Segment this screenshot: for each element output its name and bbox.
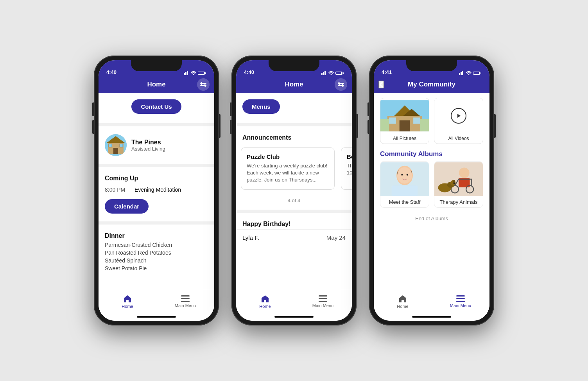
announcements-scroll: Puzzle Club We're starting a weekly puzz… — [236, 143, 352, 194]
nav-home-label-3: Home — [397, 304, 408, 309]
svg-point-59 — [454, 183, 455, 184]
header-title-3: My Community — [408, 81, 455, 88]
menus-section: Menus — [236, 93, 352, 120]
home-indicator-2 — [274, 316, 314, 318]
contact-us-button[interactable]: Contact Us — [131, 99, 181, 114]
nav-menu-2[interactable]: Main Menu — [294, 292, 352, 311]
svg-rect-32 — [480, 72, 481, 74]
therapy-animals-album[interactable]: Therapy Animals — [434, 161, 483, 208]
svg-rect-13 — [181, 295, 190, 297]
divider-1 — [99, 123, 214, 126]
svg-rect-40 — [380, 119, 389, 131]
svg-rect-0 — [184, 73, 185, 75]
nav-home-2[interactable]: Home — [236, 291, 294, 312]
svg-rect-2 — [187, 71, 188, 75]
svg-rect-1 — [185, 72, 186, 75]
nav-home-label-1: Home — [122, 304, 133, 309]
event-row: 8:00 PM Evening Meditation — [99, 183, 214, 196]
status-time-2: 4:40 — [244, 69, 254, 75]
svg-rect-18 — [324, 71, 326, 75]
all-videos-card[interactable]: All Videos — [434, 98, 483, 144]
contact-us-section: Contact Us — [99, 93, 214, 120]
all-pictures-card[interactable]: All Pictures — [380, 98, 429, 144]
meet-staff-album[interactable]: Meet the Staff — [380, 161, 429, 208]
app-header-3: My Community — [374, 77, 489, 93]
nav-menu-label-3: Main Menu — [450, 303, 471, 308]
switch-button-2[interactable] — [335, 78, 347, 91]
announcement-title-1: Puzzle Club — [247, 153, 329, 160]
play-card-inner — [434, 98, 483, 133]
announcement-title-2: Bo — [347, 153, 352, 160]
svg-marker-42 — [457, 114, 461, 118]
svg-rect-11 — [109, 144, 112, 147]
bottom-nav-3: Home Main Menu — [374, 289, 489, 314]
page-indicator: 4 of 4 — [236, 194, 352, 207]
nav-menu-label-1: Main Menu — [175, 303, 196, 308]
menus-button[interactable]: Menus — [242, 99, 280, 114]
community-row: The Pines Assisted Living — [99, 129, 214, 161]
svg-point-49 — [407, 174, 408, 176]
svg-rect-21 — [336, 72, 341, 74]
phone3-content: All Pictures All Videos Community Albums — [374, 93, 489, 289]
header-title-1: Home — [147, 81, 165, 88]
nav-home-label-2: Home — [259, 304, 271, 309]
event-time: 8:00 PM — [105, 187, 128, 193]
birthday-title: Happy Birthday! — [236, 216, 352, 229]
svg-point-48 — [401, 174, 403, 176]
header-title-2: Home — [285, 81, 303, 88]
svg-rect-39 — [413, 117, 420, 124]
svg-rect-45 — [392, 185, 418, 196]
svg-rect-31 — [473, 72, 479, 74]
menu-item: Sautéed Spinach — [99, 257, 214, 264]
nav-home-3[interactable]: Home — [374, 291, 432, 312]
status-icons-1 — [184, 71, 206, 75]
phone1-content: Contact Us The Pines Assi — [99, 93, 214, 289]
phone-1: 4:40 Home Contact Us — [94, 56, 219, 325]
status-time-3: 4:41 — [382, 69, 392, 75]
nav-home-1[interactable]: Home — [99, 291, 156, 312]
therapy-animals-label: Therapy Animals — [434, 197, 483, 207]
svg-rect-61 — [456, 298, 465, 299]
nav-menu-3[interactable]: Main Menu — [432, 292, 489, 311]
play-icon — [451, 108, 466, 124]
svg-rect-23 — [319, 295, 327, 297]
svg-rect-5 — [198, 72, 204, 74]
calendar-button[interactable]: Calendar — [105, 199, 149, 214]
announcement-card-2[interactable]: Bo Th 10 of — [341, 147, 352, 190]
nav-menu-1[interactable]: Main Menu — [156, 292, 214, 311]
bottom-bar-1: Home Main Menu — [99, 289, 214, 321]
phone-3: 4:41 My Community — [369, 56, 494, 325]
svg-rect-62 — [456, 301, 465, 302]
dinner-title: Dinner — [99, 228, 214, 241]
divider-4 — [236, 123, 352, 126]
svg-rect-15 — [181, 301, 190, 302]
dinner-menu: Parmesan-Crusted Chicken Pan Roasted Red… — [99, 241, 214, 272]
svg-point-51 — [459, 167, 470, 178]
event-name: Evening Meditation — [134, 187, 181, 193]
community-info: The Pines Assisted Living — [131, 139, 165, 152]
media-grid: All Pictures All Videos — [374, 93, 489, 149]
svg-rect-41 — [420, 119, 429, 131]
all-videos-label: All Videos — [448, 133, 469, 144]
community-albums-title: Community Albums — [374, 149, 489, 161]
announcement-card-1[interactable]: Puzzle Club We're starting a weekly puzz… — [241, 147, 335, 190]
divider-5 — [236, 210, 352, 213]
switch-button-1[interactable] — [197, 78, 210, 91]
svg-point-47 — [397, 167, 412, 183]
divider-3 — [99, 221, 214, 225]
svg-rect-24 — [319, 298, 327, 299]
menu-item: Sweet Potato Pie — [99, 264, 214, 272]
birthday-name: Lyla F. — [242, 234, 259, 241]
svg-rect-6 — [205, 72, 206, 74]
svg-point-29 — [468, 74, 470, 75]
svg-rect-25 — [319, 301, 327, 302]
community-type: Assisted Living — [131, 146, 165, 152]
home-indicator-3 — [412, 316, 451, 318]
svg-rect-60 — [456, 295, 465, 297]
svg-rect-17 — [323, 72, 324, 75]
back-button-3[interactable] — [378, 81, 384, 88]
phone-2: 4:40 Home Menus Announcements — [231, 56, 357, 325]
app-header-1: Home — [99, 77, 214, 93]
svg-rect-10 — [113, 148, 118, 154]
svg-rect-16 — [321, 73, 323, 75]
